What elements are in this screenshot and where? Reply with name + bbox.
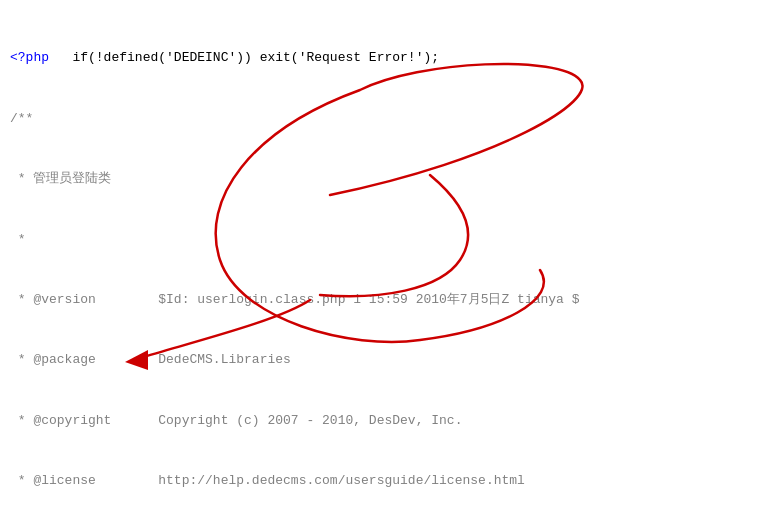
code-line-3: * 管理员登陆类: [10, 169, 751, 189]
comment-text: * @copyright Copyright (c) 2007 - 2010, …: [10, 413, 462, 428]
comment-text: * @version $Id: userlogin.class.php 1 15…: [10, 292, 580, 307]
code-line-2: /**: [10, 109, 751, 129]
php-tag: <?php: [10, 50, 49, 65]
code-line-1: <?php if(!defined('DEDEINC')) exit('Requ…: [10, 48, 751, 68]
comment-text: * 管理员登陆类: [10, 171, 111, 186]
comment-text: * @package DedeCMS.Libraries: [10, 352, 291, 367]
comment-text: /**: [10, 111, 33, 126]
code-viewer: <?php if(!defined('DEDEINC')) exit('Requ…: [0, 0, 761, 526]
code-line-7: * @copyright Copyright (c) 2007 - 2010, …: [10, 411, 751, 431]
comment-text: * @license http://help.dedecms.com/users…: [10, 473, 525, 488]
code-line-8: * @license http://help.dedecms.com/users…: [10, 471, 751, 491]
code-line-4: *: [10, 230, 751, 250]
code-line-5: * @version $Id: userlogin.class.php 1 15…: [10, 290, 751, 310]
code-line-6: * @package DedeCMS.Libraries: [10, 350, 751, 370]
comment-text: *: [10, 232, 26, 247]
